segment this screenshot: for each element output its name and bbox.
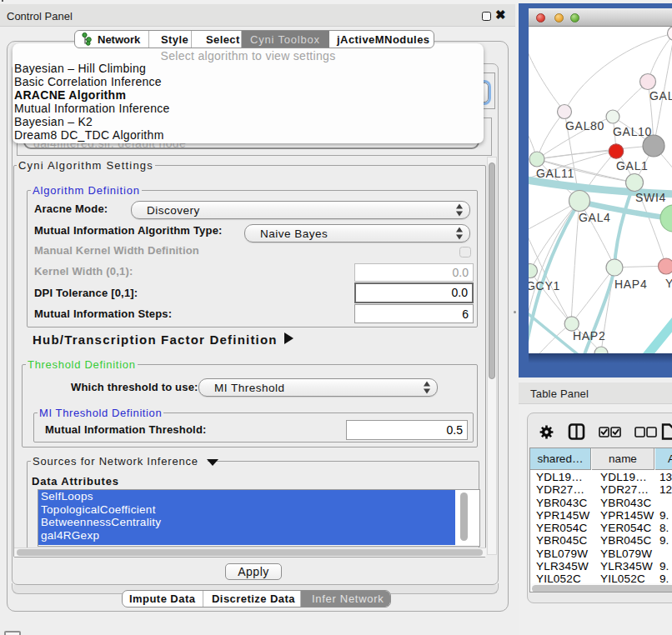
svg-text:GAL7: GAL7	[649, 89, 672, 102]
svg-text:YP: YP	[665, 277, 672, 290]
svg-text:SWI4: SWI4	[635, 191, 666, 204]
svg-text:GAL10: GAL10	[613, 125, 652, 138]
svg-text:GAL11: GAL11	[536, 167, 574, 180]
svg-text:HAP2: HAP2	[573, 329, 605, 342]
svg-text:GAL1: GAL1	[616, 159, 649, 172]
svg-text:GAL80: GAL80	[565, 119, 604, 132]
svg-text:HAP4: HAP4	[614, 278, 647, 291]
svg-text:GCY1: GCY1	[529, 279, 560, 292]
svg-text:GAL4: GAL4	[579, 211, 611, 224]
